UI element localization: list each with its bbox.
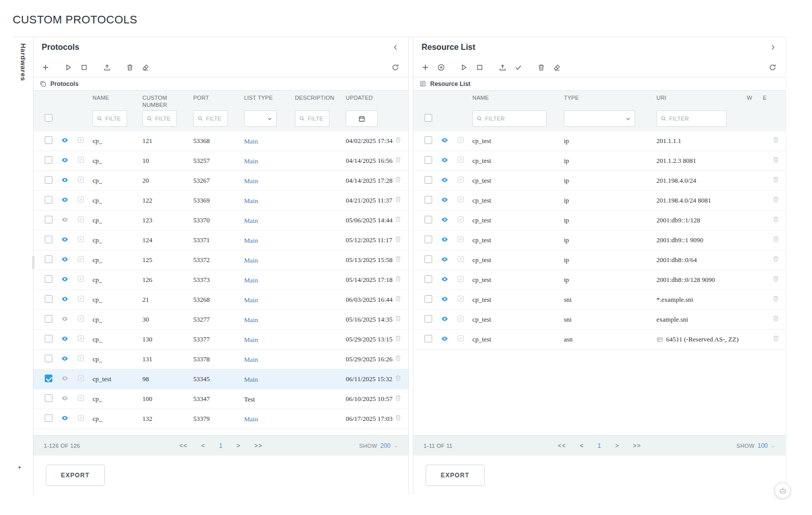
- delete-row-icon[interactable]: [772, 196, 778, 203]
- delete-row-icon[interactable]: [395, 216, 401, 223]
- row-checkbox[interactable]: [45, 315, 52, 323]
- port-filter-field[interactable]: [206, 116, 224, 122]
- delete-row-icon[interactable]: [395, 414, 401, 421]
- row-checkbox[interactable]: [425, 255, 432, 263]
- visibility-eye-icon[interactable]: [61, 335, 69, 342]
- stop-icon[interactable]: [80, 64, 88, 71]
- list-type-link[interactable]: Main: [244, 316, 258, 324]
- delete-row-icon[interactable]: [395, 176, 401, 183]
- table-row[interactable]: cp_ 123 53370 Main 05/06/2025 14:44: [34, 211, 408, 231]
- table-row[interactable]: cp_ 131 53378 Main 05/29/2025 16:26: [34, 350, 408, 369]
- edit-icon[interactable]: [77, 255, 84, 263]
- expand-panel-icon[interactable]: [769, 44, 776, 51]
- export-button[interactable]: EXPORT: [46, 465, 105, 486]
- list-type-link[interactable]: Main: [244, 197, 258, 205]
- delete-row-icon[interactable]: [395, 315, 401, 322]
- row-checkbox[interactable]: [45, 255, 52, 263]
- updated-date-filter[interactable]: [346, 110, 378, 127]
- row-checkbox[interactable]: [425, 295, 432, 303]
- last-page-button[interactable]: >>: [254, 442, 262, 449]
- row-checkbox[interactable]: [45, 375, 52, 382]
- row-checkbox[interactable]: [45, 394, 52, 402]
- uri-filter-input[interactable]: [656, 110, 727, 127]
- visibility-eye-icon[interactable]: [441, 295, 448, 303]
- edit-icon[interactable]: [77, 355, 84, 362]
- name-filter-input[interactable]: [472, 110, 547, 127]
- edit-icon[interactable]: [457, 315, 464, 322]
- edit-icon[interactable]: [457, 295, 464, 302]
- edit-icon[interactable]: [77, 156, 84, 163]
- delete-row-icon[interactable]: [395, 255, 401, 263]
- table-row[interactable]: cp_ 121 53368 Main 04/02/2025 17:34: [34, 131, 408, 151]
- prev-page-button[interactable]: <: [201, 442, 205, 449]
- list-type-link[interactable]: Main: [244, 356, 258, 363]
- play-icon[interactable]: [65, 64, 72, 71]
- row-checkbox[interactable]: [425, 156, 432, 164]
- table-row[interactable]: cp_test ip 2001:db9::1/128: [413, 211, 786, 231]
- row-checkbox[interactable]: [45, 176, 52, 184]
- delete-row-icon[interactable]: [395, 295, 401, 302]
- edit-icon[interactable]: [77, 315, 84, 322]
- delete-row-icon[interactable]: [395, 335, 401, 342]
- first-page-button[interactable]: <<: [558, 442, 566, 449]
- row-checkbox[interactable]: [425, 335, 432, 342]
- current-page[interactable]: 1: [597, 442, 602, 449]
- visibility-eye-icon[interactable]: [61, 355, 69, 362]
- row-checkbox[interactable]: [425, 275, 432, 283]
- uri-filter-field[interactable]: [669, 116, 723, 122]
- row-checkbox[interactable]: [425, 236, 432, 243]
- refresh-icon[interactable]: [392, 64, 399, 71]
- edit-icon[interactable]: [457, 156, 464, 163]
- select-all-checkbox[interactable]: [45, 114, 52, 122]
- row-checkbox[interactable]: [45, 275, 52, 283]
- edit-icon[interactable]: [457, 255, 464, 263]
- visibility-eye-icon[interactable]: [61, 156, 69, 164]
- table-row[interactable]: cp_ 125 53372 Main 05/13/2025 15:58: [34, 250, 408, 270]
- visibility-eye-icon[interactable]: [61, 375, 69, 382]
- delete-row-icon[interactable]: [395, 196, 401, 203]
- row-checkbox[interactable]: [45, 295, 52, 303]
- list-type-link[interactable]: Main: [244, 177, 258, 185]
- visibility-eye-icon[interactable]: [61, 236, 69, 243]
- visibility-eye-icon[interactable]: [441, 136, 448, 144]
- table-row[interactable]: cp_test ip 201.198.4.0/24 8081: [413, 191, 786, 211]
- list-type-link[interactable]: Main: [244, 157, 258, 165]
- table-row[interactable]: cp_ 130 53377 Main 05/29/2025 13:15: [34, 330, 408, 350]
- row-checkbox[interactable]: [45, 414, 52, 422]
- list-type-link[interactable]: Main: [244, 276, 258, 284]
- edit-icon[interactable]: [77, 414, 84, 421]
- next-page-button[interactable]: >: [615, 442, 619, 449]
- delete-row-icon[interactable]: [395, 355, 401, 362]
- edit-icon[interactable]: [77, 394, 84, 402]
- list-type-link[interactable]: Main: [244, 336, 258, 344]
- visibility-eye-icon[interactable]: [61, 315, 69, 323]
- edit-icon[interactable]: [457, 216, 464, 223]
- edit-icon[interactable]: [77, 375, 84, 382]
- visibility-eye-icon[interactable]: [441, 156, 448, 164]
- row-checkbox[interactable]: [45, 355, 52, 362]
- add-circle-icon[interactable]: [437, 64, 445, 71]
- visibility-eye-icon[interactable]: [61, 394, 69, 402]
- add-icon[interactable]: [42, 64, 49, 71]
- visibility-eye-icon[interactable]: [61, 216, 69, 223]
- visibility-eye-icon[interactable]: [61, 136, 69, 144]
- table-row[interactable]: cp_test 98 53345 Main 06/11/2025 15:32: [34, 369, 408, 389]
- delete-row-icon[interactable]: [395, 156, 401, 163]
- refresh-icon[interactable]: [769, 64, 776, 71]
- delete-row-icon[interactable]: [395, 236, 401, 243]
- row-checkbox[interactable]: [45, 236, 52, 243]
- table-row[interactable]: cp_ 21 53268 Main 06/03/2025 16:44: [34, 290, 408, 310]
- row-checkbox[interactable]: [425, 176, 432, 184]
- description-filter-field[interactable]: [308, 116, 325, 122]
- row-checkbox[interactable]: [45, 136, 52, 144]
- edit-icon[interactable]: [457, 196, 464, 203]
- name-filter-field[interactable]: [105, 116, 123, 122]
- edit-icon[interactable]: [77, 176, 84, 183]
- expand-sidebar-icon[interactable]: [17, 465, 22, 470]
- current-page[interactable]: 1: [219, 442, 223, 449]
- delete-row-icon[interactable]: [772, 315, 778, 322]
- delete-row-icon[interactable]: [395, 375, 401, 382]
- table-row[interactable]: cp_ 20 53267 Main 04/14/2025 17:28: [34, 171, 408, 191]
- upload-icon[interactable]: [499, 64, 506, 71]
- visibility-eye-icon[interactable]: [61, 176, 69, 184]
